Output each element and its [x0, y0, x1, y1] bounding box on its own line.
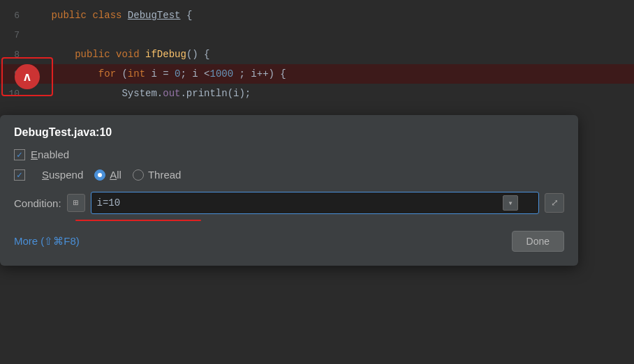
debug-dialog: DebugTest.java:10 Enabled Suspend All Th…: [0, 115, 578, 266]
enabled-row: Enabled: [14, 149, 564, 160]
line-number-6: 6: [0, 10, 28, 21]
suspend-row: Suspend All Thread: [14, 169, 564, 181]
code-content-7: [28, 29, 34, 40]
suspend-label: Suspend: [42, 169, 83, 181]
enabled-checkbox[interactable]: [14, 149, 25, 160]
condition-label: Condition:: [14, 197, 61, 209]
line-number-7: 7: [0, 30, 28, 40]
condition-input[interactable]: [91, 192, 539, 214]
code-content-8: public void ifDebug() {: [28, 49, 209, 60]
suspend-checkbox[interactable]: [14, 169, 25, 181]
code-line-9: 9 for (int i = 0; i <1000 ; i++) {: [0, 64, 634, 84]
breakpoint-icon: ʌ: [15, 64, 40, 89]
code-line-6: 6 public class DebugTest {: [0, 6, 634, 25]
code-content-10: System.out.println(i);: [28, 88, 251, 99]
code-line-7: 7: [0, 25, 634, 45]
all-radio-option[interactable]: All: [94, 169, 121, 181]
done-button[interactable]: Done: [512, 231, 564, 252]
code-line-8: 8 public void ifDebug() {: [0, 45, 634, 64]
chevron-down-icon: ▾: [508, 198, 513, 208]
condition-input-wrapper: ▾: [91, 192, 539, 214]
condition-row: Condition: ⊞ ▾ ⤢: [14, 192, 564, 214]
thread-label: Thread: [148, 169, 182, 181]
thread-radio-option[interactable]: Thread: [133, 169, 182, 181]
dialog-footer: More (⇧⌘F8) Done: [14, 231, 564, 252]
code-content-9: for (int i = 0; i <1000 ; i++) {: [28, 68, 286, 79]
condition-dropdown-arrow[interactable]: ▾: [503, 195, 518, 211]
expand-icon: ⤢: [551, 197, 559, 208]
expand-button[interactable]: ⤢: [545, 193, 564, 213]
all-label: All: [110, 169, 121, 181]
condition-icon-button[interactable]: ⊞: [67, 194, 85, 212]
code-content-6: public class DebugTest {: [28, 10, 192, 21]
more-link[interactable]: More (⇧⌘F8): [14, 235, 80, 248]
all-radio[interactable]: [94, 169, 105, 181]
error-underline: [75, 220, 201, 221]
dialog-title: DebugTest.java:10: [14, 126, 564, 139]
breakpoint-box[interactable]: ʌ: [1, 57, 53, 96]
condition-doc-icon: ⊞: [73, 197, 79, 208]
breakpoint-symbol: ʌ: [24, 69, 31, 84]
code-line-10: 10 System.out.println(i);: [0, 84, 634, 103]
enabled-label: Enabled: [31, 149, 69, 160]
thread-radio[interactable]: [133, 169, 144, 181]
